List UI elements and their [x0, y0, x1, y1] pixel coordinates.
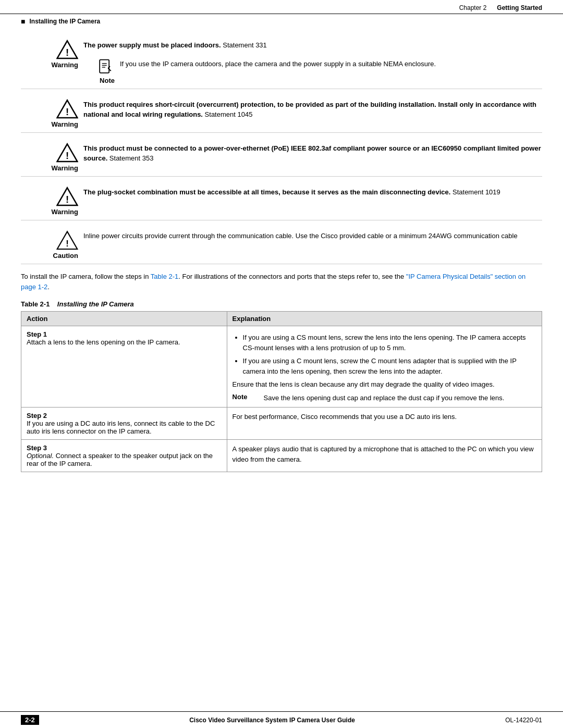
step2-action-cell: Step 2 If you are using a DC auto iris l…: [21, 408, 227, 440]
intro-paragraph: To install the IP camera, follow the ste…: [21, 272, 542, 293]
caution-text: Inline power circuits provide current th…: [83, 231, 542, 241]
step1-note: Note Save the lens opening dust cap and …: [232, 393, 536, 403]
warning-text-2: This product requires short-circuit (ove…: [83, 100, 542, 120]
table-row: Step 1 Attach a lens to the lens opening…: [21, 326, 542, 408]
table-caption-title: Installing the IP Camera: [57, 300, 134, 308]
step1-explanation-cell: If you are using a CS mount lens, screw …: [227, 326, 542, 408]
col-explanation-header: Explanation: [227, 312, 542, 326]
warning-label-4: Warning: [51, 208, 78, 216]
warning-icon-4: !: [56, 186, 78, 208]
warning-block-4: ! Warning The plug-socket combination mu…: [21, 181, 542, 220]
warning-icon-col-2: ! Warning: [21, 97, 83, 128]
warning-icon-col-4: ! Warning: [21, 185, 83, 216]
sub-header-text: Installing the IP Camera: [29, 18, 100, 25]
svg-line-7: [108, 66, 110, 68]
note-block-1: Note If you use the IP camera outdoors, …: [83, 58, 542, 84]
warning-text-3: This product must be connected to a powe…: [83, 143, 542, 164]
warning-text-4: The plug-socket combination must be acce…: [83, 187, 542, 198]
note-text-1: If you use the IP camera outdoors, place…: [120, 58, 542, 69]
warning-label-1: Warning: [51, 61, 78, 69]
warning-icon-col-1: ! Warning: [21, 38, 83, 69]
caution-label: Caution: [53, 252, 78, 260]
sub-header-bullet: ■: [21, 17, 25, 26]
warning-block-1: ! Warning The power supply must be place…: [21, 34, 542, 89]
step1-bullet-2: If you are using a C mount lens, screw t…: [243, 356, 536, 376]
warning-label-2: Warning: [51, 120, 78, 128]
step1-action-text: Attach a lens to the lens opening on the…: [27, 338, 180, 346]
para-text-after: .: [47, 283, 50, 291]
header-title: Getting Started: [497, 4, 542, 11]
warning-block-2: ! Warning This product requires short-ci…: [21, 93, 542, 133]
step1-note-label: Note: [232, 393, 259, 401]
table-caption-label: Table 2-1: [21, 300, 50, 308]
step1-bullet-1: If you are using a CS mount lens, screw …: [243, 332, 536, 353]
step3-action-text: Optional. Connect a speaker to the speak…: [27, 452, 213, 467]
caution-block: ! Caution Inline power circuits provide …: [21, 225, 542, 264]
note-label-1: Note: [100, 77, 115, 84]
step2-para: For best performance, Cisco recommends t…: [232, 412, 536, 422]
step1-action-cell: Step 1 Attach a lens to the lens opening…: [21, 326, 227, 408]
svg-text:!: !: [66, 106, 69, 117]
note-icon-col-1: Note: [83, 58, 115, 84]
table-row: Step 3 Optional. Connect a speaker to th…: [21, 440, 542, 472]
step1-bullet-list: If you are using a CS mount lens, screw …: [232, 332, 536, 376]
page-container: Chapter 2 Getting Started ■ Installing t…: [0, 0, 563, 728]
svg-rect-2: [100, 59, 109, 72]
step1-para: Ensure that the lens is clean because an…: [232, 379, 536, 390]
col-action-header: Action: [21, 312, 227, 326]
page-header: Chapter 2 Getting Started: [0, 0, 563, 14]
footer-page-num: 2-2: [21, 715, 39, 725]
step1-label: Step 1: [27, 330, 47, 338]
para-text-between: . For illustrations of the connectors an…: [178, 273, 406, 280]
header-chapter: Chapter 2: [459, 4, 487, 11]
warning-block-3: ! Warning This product must be connected…: [21, 137, 542, 177]
warning-bold-4: The plug-socket combination must be acce…: [83, 188, 450, 196]
svg-text:!: !: [66, 238, 69, 248]
step2-explanation-cell: For best performance, Cisco recommends t…: [227, 408, 542, 440]
warning-icon-3: !: [56, 142, 78, 164]
note-icon-1: [96, 58, 115, 77]
warning-bold-3: This product must be connected to a powe…: [83, 144, 541, 163]
svg-text:!: !: [66, 150, 69, 161]
warning-text-col-4: The plug-socket combination must be acce…: [83, 185, 542, 198]
page-footer: 2-2 Cisco Video Surveillance System IP C…: [0, 711, 563, 728]
warning-icon-col-3: ! Warning: [21, 141, 83, 172]
sub-header: ■ Installing the IP Camera: [0, 14, 563, 29]
footer-doc-num: OL-14220-01: [505, 717, 542, 724]
table-link[interactable]: Table 2-1: [151, 273, 178, 280]
warning-text-col-3: This product must be connected to a powe…: [83, 141, 542, 164]
step3-para: A speaker plays audio that is captured b…: [232, 444, 536, 464]
step3-label: Step 3: [27, 444, 47, 452]
table-header-row: Action Explanation: [21, 312, 542, 326]
warning-icon-2: !: [56, 98, 78, 120]
step2-action-text: If you are using a DC auto iris lens, co…: [27, 419, 215, 435]
warning-icon-1: !: [56, 39, 78, 61]
caution-icon: !: [56, 230, 78, 252]
step2-label: Step 2: [27, 412, 47, 419]
warning-bold-1: The power supply must be placed indoors.: [83, 41, 221, 49]
warning-bold-2: This product requires short-circuit (ove…: [83, 101, 536, 119]
svg-text:!: !: [66, 47, 69, 58]
step1-note-text: Save the lens opening dust cap and repla…: [264, 393, 505, 403]
caution-text-col: Inline power circuits provide current th…: [83, 229, 542, 241]
warning-text-1: The power supply must be placed indoors.…: [83, 40, 542, 51]
para-text-before: To install the IP camera, follow the ste…: [21, 273, 151, 280]
svg-text:!: !: [66, 193, 69, 204]
step3-action-cell: Step 3 Optional. Connect a speaker to th…: [21, 440, 227, 472]
warning-label-3: Warning: [51, 164, 78, 172]
warning-text-col-1: The power supply must be placed indoors.…: [83, 38, 542, 84]
main-content: ! Warning The power supply must be place…: [0, 29, 563, 503]
table-caption: Table 2-1 Installing the IP Camera: [21, 300, 542, 308]
footer-doc-title: Cisco Video Surveillance System IP Camer…: [189, 717, 355, 724]
table-row: Step 2 If you are using a DC auto iris l…: [21, 408, 542, 440]
install-table: Action Explanation Step 1 Attach a lens …: [21, 311, 542, 472]
caution-icon-col: ! Caution: [21, 229, 83, 260]
warning-text-col-2: This product requires short-circuit (ove…: [83, 97, 542, 120]
svg-line-6: [108, 68, 111, 70]
step3-explanation-cell: A speaker plays audio that is captured b…: [227, 440, 542, 472]
